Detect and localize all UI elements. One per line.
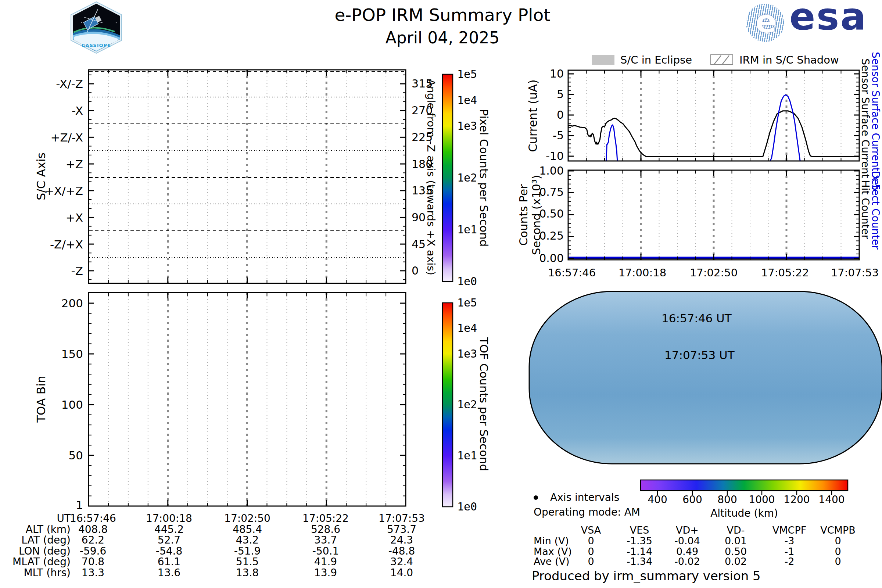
tof-colorbar xyxy=(442,303,453,507)
ephemeris-value: -59.6 xyxy=(80,546,106,556)
tof-cb-tick-label: 1e1 xyxy=(457,450,477,462)
esa-globe-icon: e xyxy=(746,4,784,42)
toa-ytick-label: 200 xyxy=(62,297,83,309)
current-series xyxy=(770,95,800,161)
counts-ytick-label: 0.00 xyxy=(539,252,564,264)
track-start-label: 16:57:46 UT xyxy=(662,312,732,324)
cassiope-label: CASSIOPE xyxy=(82,43,111,48)
ephemeris-value: 13.8 xyxy=(236,567,259,578)
pixel-colorbar xyxy=(442,74,453,282)
ephemeris-value: 61.1 xyxy=(158,556,180,567)
alt-tick-label: 1000 xyxy=(748,494,775,505)
ephemeris-value: -50.1 xyxy=(312,546,339,556)
ephemeris-value: 13.3 xyxy=(82,567,104,578)
counts-ytick-label: 0.75 xyxy=(539,186,564,198)
axis-interval-dot-icon xyxy=(534,495,538,500)
ephemeris-value: 573.7 xyxy=(387,524,416,535)
ephemeris-value: 13.6 xyxy=(158,567,180,578)
toa-ytick-label: 1 xyxy=(76,499,83,511)
voltage-value: -0.04 xyxy=(674,536,700,546)
pixel-colorbar-label: Pixel Counts per Second xyxy=(478,109,490,247)
voltage-value: -2 xyxy=(784,556,795,567)
counts-xtick-label: 17:00:18 xyxy=(618,267,666,278)
voltage-column-header: VES xyxy=(630,525,650,536)
tof-cb-tick-label: 1e2 xyxy=(457,399,477,411)
alt-tick-label: 400 xyxy=(648,494,667,505)
toa-ytick-label: 50 xyxy=(69,450,83,462)
voltage-row-label: Min (V) xyxy=(534,536,569,546)
ephemeris-value: 17:05:22 xyxy=(303,513,349,524)
alt-tick-label: 1400 xyxy=(818,494,844,505)
sc-ytick-label: -Z/+X xyxy=(50,238,83,250)
ephemeris-value: 33.7 xyxy=(314,535,337,545)
pixel-cb-tick-label: 1e2 xyxy=(457,172,477,184)
voltage-value: 0 xyxy=(588,536,594,546)
altitude-bar-label: Altitude (km) xyxy=(710,508,778,519)
sc-ytick-label: -X xyxy=(72,105,83,117)
angle-tick-label: 0 xyxy=(412,265,418,277)
ephemeris-value: 485.4 xyxy=(232,524,262,535)
cassiope-logo: CASSIOPE xyxy=(70,2,122,54)
tof-cb-tick-label: 1e0 xyxy=(457,501,477,513)
ephemeris-value: 52.7 xyxy=(158,535,180,545)
alt-tick-label: 600 xyxy=(682,494,702,505)
counts-xtick-label: 17:02:50 xyxy=(690,267,738,278)
ephemeris-value: 16:57:46 xyxy=(70,513,116,524)
voltage-value: -0.02 xyxy=(674,556,700,567)
ephemeris-value: -51.9 xyxy=(234,546,261,556)
ephemeris-value: 17:02:50 xyxy=(224,513,270,524)
ephemeris-value: 528.6 xyxy=(311,524,340,535)
ephemeris-value: 62.2 xyxy=(82,535,104,545)
ephemeris-row-label: MLT (hrs) xyxy=(24,567,70,578)
ephemeris-value: 408.8 xyxy=(78,524,108,535)
ephemeris-value: 17:07:53 xyxy=(378,513,425,524)
esa-logo: e esa xyxy=(746,4,867,42)
voltage-value: 0 xyxy=(835,536,841,546)
tof-cb-tick-label: 1e3 xyxy=(457,348,477,360)
angle-tick-label: 225 xyxy=(412,132,432,143)
angle-tick-label: 315 xyxy=(412,78,432,90)
ephemeris-row-label: UT xyxy=(57,513,70,524)
legend-shadow-label: IRM in S/C Shadow xyxy=(740,54,839,65)
sensor-current-x5-label: Sensor Surface Current x 5 xyxy=(870,52,881,191)
counts-ytick-label: 0.50 xyxy=(539,208,564,220)
voltage-column-header: VSA xyxy=(581,525,601,536)
voltage-value: -1.34 xyxy=(627,556,652,567)
sc-ytick-label: +X xyxy=(66,212,83,224)
pixel-cb-tick-label: 1e1 xyxy=(457,224,477,236)
counts-xtick-label: 17:05:22 xyxy=(761,267,809,278)
ephemeris-value: 41.9 xyxy=(314,556,337,567)
tof-colorbar-label: TOF Counts per Second xyxy=(478,338,490,471)
altitude-colorbar xyxy=(640,480,848,490)
ephemeris-row-label: LAT (deg) xyxy=(21,535,70,545)
footer-version: Produced by irm_summary version 5 xyxy=(532,570,761,583)
ephemeris-value: 32.4 xyxy=(390,556,413,567)
detect-counter-label: Detect Counter xyxy=(870,171,881,249)
ephemeris-value: 17:00:18 xyxy=(146,513,192,524)
sc-ytick-label: +Z xyxy=(66,158,83,171)
sensor-current-label: Sensor Surface Current xyxy=(860,58,871,178)
voltage-value: 0.01 xyxy=(725,536,747,546)
legend-eclipse-label: S/C in Eclipse xyxy=(620,54,692,65)
angle-tick-label: 270 xyxy=(412,105,432,117)
pixel-cb-tick-label: 1e0 xyxy=(457,276,477,287)
current-series xyxy=(606,125,617,161)
current-ytick-label: -10 xyxy=(546,150,564,162)
pixel-cb-tick-label: 1e4 xyxy=(457,94,477,106)
track-end-label: 17:07:53 UT xyxy=(664,349,735,361)
angle-tick-label: 45 xyxy=(412,238,426,250)
angle-tick-label: 135 xyxy=(412,185,432,196)
axis-intervals-label: Axis intervals xyxy=(550,492,619,503)
ephemeris-row-label: MLAT (deg) xyxy=(12,556,70,567)
page-title: e-POP IRM Summary Plot xyxy=(334,6,550,24)
epop-irm-summary-plot: CASSIOPE e-POP IRM Summary Plot April 04… xyxy=(0,0,882,588)
voltage-row-label: Ave (V) xyxy=(534,556,570,567)
ephemeris-value: 43.2 xyxy=(236,535,259,545)
voltage-column-header: VD- xyxy=(726,525,744,536)
voltage-column-header: VMCPF xyxy=(772,525,806,536)
sc-ytick-label: +Z/-X xyxy=(50,132,83,144)
voltage-column-header: VD+ xyxy=(676,525,699,536)
ephemeris-value: -48.8 xyxy=(388,546,415,556)
ephemeris-row-label: LON (deg) xyxy=(19,546,70,556)
current-ylabel: Current (uA) xyxy=(527,80,540,152)
